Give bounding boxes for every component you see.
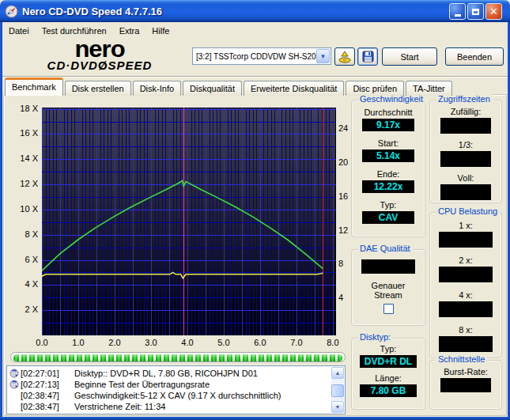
tab-erweiterte-diskqualit-t[interactable]: Erweiterte Diskqualität bbox=[244, 81, 344, 96]
y-axis-label: 14 X bbox=[6, 153, 38, 163]
dae-quality-value bbox=[361, 259, 415, 274]
quit-button[interactable]: Beenden bbox=[445, 47, 504, 66]
log-entry[interactable]: [02:27:01]Disktyp:: DVD+R DL, 7.80 GB, R… bbox=[8, 368, 331, 379]
panel-cpu-belastung: CPU Belastung 1 x:2 x:4 x:8 x: bbox=[429, 212, 502, 358]
log-timestamp: [02:38:47] bbox=[21, 390, 68, 401]
panel-disktyp: Disktyp: Typ:DVD+R DLLänge:7.80 GB bbox=[351, 338, 425, 410]
log-text: Verstrichene Zeit: 11:34 bbox=[74, 401, 165, 412]
speed-field-label: Typ: bbox=[380, 200, 397, 210]
scroll-down-button[interactable]: ▼ bbox=[331, 401, 344, 413]
nero-logo-text: nero bbox=[11, 40, 188, 59]
disc-info-icon bbox=[9, 380, 20, 389]
log-entry[interactable]: [02:38:47]Verstrichene Zeit: 11:34 bbox=[8, 401, 331, 412]
nero-logo: nero CD·DVDØSPEED bbox=[11, 39, 188, 74]
panel-title: Schnittstelle bbox=[436, 354, 487, 364]
scroll-thumb[interactable] bbox=[331, 384, 344, 397]
log-timestamp: [02:38:47] bbox=[21, 401, 68, 412]
start-button[interactable]: Start bbox=[382, 47, 437, 66]
save-icon bbox=[362, 51, 374, 62]
tab-disc-pr-fen[interactable]: Disc prüfen bbox=[346, 81, 404, 96]
eject-button[interactable] bbox=[334, 47, 355, 66]
tab-diskqualit-t[interactable]: Diskqualität bbox=[183, 81, 242, 96]
log-text: Beginne Test der Übertragungsrate bbox=[74, 379, 210, 390]
x-axis-label: 2.0 bbox=[104, 338, 126, 347]
access-field-value bbox=[440, 184, 491, 200]
speed-field-value: 12.22x bbox=[362, 180, 414, 193]
test-progress-bar bbox=[10, 352, 346, 362]
drive-select[interactable]: [3:2] TSSTcorp CDDVDW SH-S203B SB04 ▼ bbox=[192, 47, 331, 65]
cpu-field-value bbox=[439, 301, 493, 317]
y-axis-label: 18 X bbox=[6, 104, 38, 113]
speed-field-value: 5.14x bbox=[362, 149, 414, 162]
y-axis-label: 16 X bbox=[6, 128, 38, 138]
x-axis-label: 6.0 bbox=[249, 338, 271, 347]
cpu-field-value bbox=[439, 267, 493, 282]
y-axis-label: 12 X bbox=[6, 179, 38, 188]
y-axis-label: 8 X bbox=[6, 229, 38, 239]
speed-field-value: 9.17x bbox=[362, 119, 414, 131]
title-bar[interactable]: Nero CD-DVD Speed 4.7.7.16 ✕ bbox=[0, 0, 510, 22]
x-axis-label: 8.0 bbox=[322, 338, 344, 347]
log-timestamp: [02:27:01] bbox=[21, 368, 68, 379]
log-entry[interactable]: [02:27:13]Beginne Test der Übertragungsr… bbox=[8, 379, 331, 390]
save-button[interactable] bbox=[357, 47, 378, 66]
tab-benchmark[interactable]: Benchmark bbox=[5, 78, 63, 96]
speed-field-label: Ende: bbox=[377, 169, 400, 179]
speed-field-value: CAV bbox=[362, 211, 414, 224]
panel-title: Disktyp: bbox=[357, 332, 393, 342]
disk-field-value: DVD+R DL bbox=[360, 355, 417, 368]
log-scrollbar[interactable]: ▲ ▼ bbox=[331, 367, 344, 413]
minimize-button[interactable] bbox=[449, 3, 466, 20]
tab-disk-info[interactable]: Disk-Info bbox=[133, 81, 181, 96]
drive-select-value: [3:2] TSSTcorp CDDVDW SH-S203B SB04 bbox=[193, 52, 316, 61]
progress-fill bbox=[13, 354, 342, 361]
app-window: Nero CD-DVD Speed 4.7.7.16 ✕ DateiTest d… bbox=[0, 0, 510, 420]
x-axis-label: 0.0 bbox=[31, 338, 53, 347]
disk-field-value: 7.80 GB bbox=[360, 384, 417, 397]
tab-ta-jitter[interactable]: TA-Jitter bbox=[406, 81, 452, 96]
access-field-label: Voll: bbox=[458, 173, 474, 183]
window-border-left bbox=[0, 22, 2, 420]
log-listbox[interactable]: [02:27:01]Disktyp:: DVD+R DL, 7.80 GB, R… bbox=[6, 365, 346, 414]
eject-icon bbox=[338, 51, 352, 63]
tab-disk-erstellen[interactable]: Disk erstellen bbox=[65, 81, 131, 96]
accurate-stream-label: Genauer Stream bbox=[372, 281, 406, 300]
close-icon: ✕ bbox=[489, 6, 498, 17]
panel-geschwindigkeit: Geschwindigkeit Durchschnitt9.17xStart:5… bbox=[351, 100, 425, 237]
x-axis-label: 7.0 bbox=[285, 338, 308, 347]
cpu-field-value bbox=[439, 336, 493, 352]
maximize-button[interactable] bbox=[467, 3, 484, 20]
cpu-field-label: 1 x: bbox=[459, 221, 473, 230]
y-axis-label: 10 X bbox=[6, 204, 38, 214]
x-axis-label: 4.0 bbox=[176, 338, 198, 347]
log-entry[interactable]: [02:38:47]Geschwindigkeit:5-12 X CAV (9.… bbox=[8, 390, 331, 401]
maximize-icon bbox=[472, 9, 479, 15]
access-field-label: 1/3: bbox=[459, 140, 473, 149]
panel-title: CPU Belastung bbox=[436, 206, 500, 216]
close-button[interactable]: ✕ bbox=[485, 3, 502, 20]
cpu-field-label: 2 x: bbox=[459, 255, 473, 265]
access-field-label: Zufällig: bbox=[451, 107, 482, 116]
scroll-up-button[interactable]: ▲ bbox=[331, 367, 344, 379]
accurate-stream-checkbox[interactable] bbox=[383, 304, 394, 314]
chevron-down-icon[interactable]: ▼ bbox=[316, 49, 330, 63]
x-axis-label: 5.0 bbox=[213, 338, 235, 347]
menu-item-hilfe[interactable]: Hilfe bbox=[145, 25, 176, 37]
window-title: Nero CD-DVD Speed 4.7.7.16 bbox=[22, 6, 162, 17]
iface-field-value bbox=[440, 378, 491, 392]
y-axis-label: 2 X bbox=[6, 305, 38, 314]
arrow-down-icon: ▼ bbox=[335, 404, 341, 410]
right-axis-label: 20 bbox=[338, 157, 348, 167]
right-axis-label: 16 bbox=[338, 191, 348, 201]
disc-info-icon bbox=[9, 369, 20, 378]
cpu-field-value bbox=[439, 232, 493, 248]
tab-strip: BenchmarkDisk erstellenDisk-InfoDiskqual… bbox=[5, 80, 452, 96]
right-axis-label: 4 bbox=[338, 293, 343, 302]
y-axis-label: 6 X bbox=[6, 255, 38, 264]
disk-field-label: Typ: bbox=[380, 344, 397, 354]
access-field-value bbox=[440, 151, 491, 167]
menu-item-datei[interactable]: Datei bbox=[2, 25, 36, 37]
app-icon bbox=[5, 5, 18, 18]
iface-field-label: Burst-Rate: bbox=[444, 367, 488, 376]
window-border-bottom bbox=[0, 417, 510, 420]
